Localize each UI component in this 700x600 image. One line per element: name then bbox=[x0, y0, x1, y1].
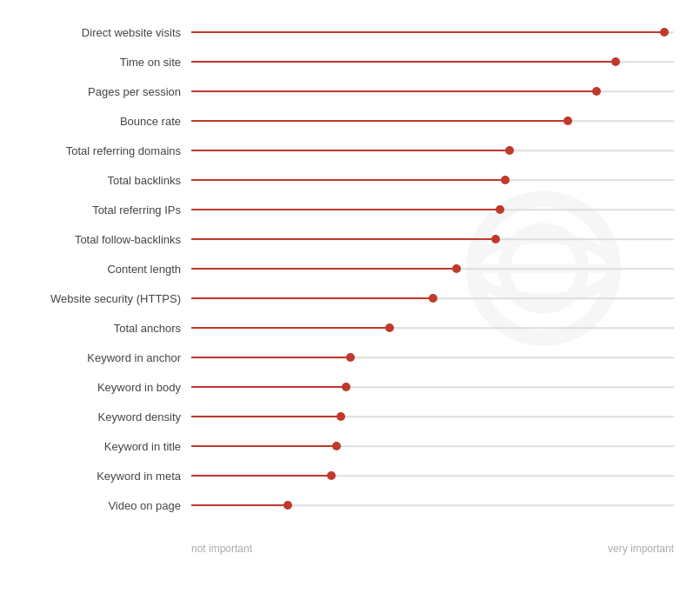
chart-row: Keyword in meta bbox=[9, 461, 674, 490]
bar-area bbox=[191, 283, 674, 313]
row-label: Website security (HTTPS) bbox=[9, 292, 191, 305]
chart-row: Total referring IPs bbox=[9, 195, 674, 224]
chart-row: Direct website visits bbox=[9, 17, 674, 47]
dot bbox=[496, 205, 504, 214]
dot bbox=[327, 471, 336, 480]
dot bbox=[501, 176, 510, 184]
bar-area bbox=[191, 402, 674, 431]
bar-line bbox=[191, 504, 288, 506]
row-label: Pages per session bbox=[9, 85, 191, 98]
chart-row: Keyword density bbox=[9, 402, 674, 431]
bar-area bbox=[191, 372, 674, 402]
chart-row: Total backlinks bbox=[9, 165, 674, 195]
dot bbox=[342, 383, 350, 391]
dot bbox=[592, 87, 601, 96]
bar-line bbox=[191, 327, 390, 329]
bar-area bbox=[191, 461, 674, 490]
chart-container: Direct website visitsTime on sitePages p… bbox=[0, 0, 700, 600]
row-label: Keyword density bbox=[9, 410, 191, 423]
dot bbox=[283, 501, 292, 510]
bar-line bbox=[191, 386, 346, 388]
bar-area bbox=[191, 254, 674, 283]
bar-line bbox=[191, 268, 457, 270]
row-label: Time on site bbox=[9, 56, 191, 69]
chart-row: Content length bbox=[9, 254, 674, 283]
dot bbox=[429, 294, 437, 303]
chart-row: Total follow-backlinks bbox=[9, 224, 674, 254]
row-label: Total backlinks bbox=[9, 174, 191, 187]
bar-area bbox=[191, 224, 674, 254]
bar-line bbox=[191, 90, 597, 92]
dot bbox=[385, 323, 394, 332]
row-label: Total referring IPs bbox=[9, 203, 191, 217]
row-label: Video on page bbox=[9, 499, 191, 512]
dot bbox=[611, 57, 620, 66]
row-label: Bounce rate bbox=[9, 115, 191, 128]
bar-line bbox=[191, 179, 505, 181]
x-label-right: very important bbox=[608, 543, 674, 555]
dot bbox=[563, 117, 572, 125]
bar-line bbox=[191, 120, 568, 122]
row-label: Keyword in meta bbox=[9, 470, 191, 483]
chart-row: Total referring domains bbox=[9, 136, 674, 165]
x-axis-labels: not important very important bbox=[9, 543, 674, 555]
bar-line bbox=[191, 357, 350, 358]
dot bbox=[491, 235, 500, 243]
dot bbox=[332, 442, 341, 450]
chart-row: Video on page bbox=[9, 490, 674, 520]
row-label: Keyword in body bbox=[9, 381, 191, 394]
row-label: Total anchors bbox=[9, 322, 191, 335]
bar-area bbox=[191, 77, 674, 106]
x-label-left: not important bbox=[191, 543, 252, 555]
row-label: Keyword in title bbox=[9, 440, 191, 453]
bar-area bbox=[191, 313, 674, 343]
chart-row: Total anchors bbox=[9, 313, 674, 343]
bar-line bbox=[191, 416, 341, 417]
dot bbox=[660, 28, 669, 37]
dot bbox=[346, 353, 355, 362]
bar-line bbox=[191, 150, 510, 151]
bar-area bbox=[191, 136, 674, 165]
chart-row: Keyword in anchor bbox=[9, 343, 674, 372]
bar-area bbox=[191, 343, 674, 372]
chart-row: Keyword in body bbox=[9, 372, 674, 402]
bar-area bbox=[191, 17, 674, 47]
bar-line bbox=[191, 445, 337, 447]
bar-line bbox=[191, 31, 664, 33]
bar-area bbox=[191, 165, 674, 195]
bar-line bbox=[191, 238, 496, 240]
bar-area bbox=[191, 490, 674, 520]
row-label: Content length bbox=[9, 263, 191, 276]
row-label: Total follow-backlinks bbox=[9, 233, 191, 246]
row-label: Keyword in anchor bbox=[9, 351, 191, 364]
bar-line bbox=[191, 297, 433, 299]
dot bbox=[505, 146, 514, 155]
chart-row: Website security (HTTPS) bbox=[9, 283, 674, 313]
bar-area bbox=[191, 195, 674, 224]
chart-row: Time on site bbox=[9, 47, 674, 77]
chart-row: Keyword in title bbox=[9, 431, 674, 461]
bar-line bbox=[191, 61, 616, 63]
bar-line bbox=[191, 209, 500, 210]
chart-row: Pages per session bbox=[9, 77, 674, 106]
bar-area bbox=[191, 47, 674, 77]
dot bbox=[337, 412, 345, 421]
row-label: Direct website visits bbox=[9, 26, 191, 39]
bar-area bbox=[191, 106, 674, 136]
chart-row: Bounce rate bbox=[9, 106, 674, 136]
chart-rows: Direct website visitsTime on sitePages p… bbox=[9, 17, 674, 539]
row-label: Total referring domains bbox=[9, 144, 191, 157]
bar-line bbox=[191, 475, 331, 477]
dot bbox=[452, 264, 461, 273]
bar-area bbox=[191, 431, 674, 461]
